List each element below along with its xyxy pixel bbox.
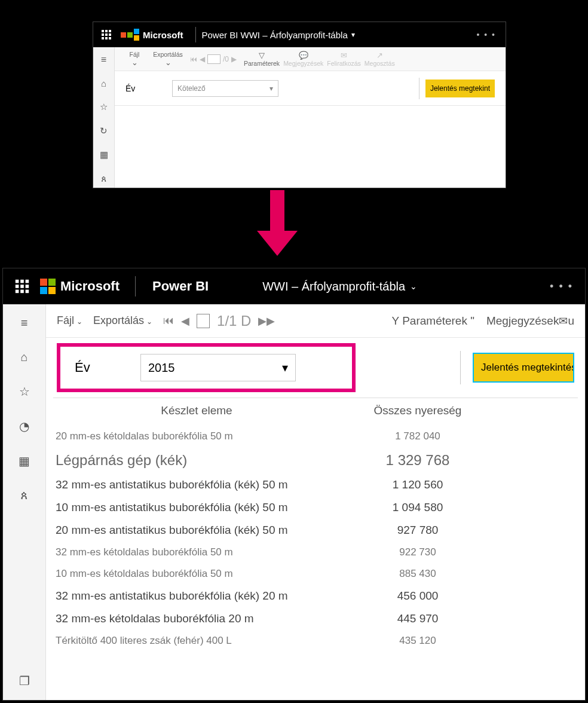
cell-value: 445 970 [340, 612, 495, 625]
menu-export[interactable]: Exportálás⌄ [93, 314, 152, 327]
chevron-down-icon: ▾ [270, 84, 273, 93]
star-icon[interactable]: ☆ [19, 384, 30, 399]
next-page-icon[interactable]: ▶ [231, 55, 237, 63]
chevron-down-icon[interactable]: ▾ [351, 30, 355, 39]
cell-item: 32 mm-es kétoldalas buborékfólia 20 m [53, 612, 340, 625]
menu-comments[interactable]: Megjegyzések✉u [486, 314, 574, 328]
table-row: 32 mm-es kétoldalas buborékfólia 50 m922… [53, 542, 578, 563]
more-icon[interactable]: • • • [477, 30, 496, 39]
cell-item: 20 mm-es kétoldalas buborékfólia 50 m [53, 430, 340, 442]
grid-icon[interactable]: ▦ [100, 149, 108, 160]
refresh-icon[interactable]: ↻ [100, 126, 108, 136]
top-toolbar: Fájl⌄ Exportálás⌄ ⏮ ◀ /0 ▶ ▽ Paraméterek… [115, 47, 506, 71]
menu-export[interactable]: Exportálás⌄ [153, 51, 183, 67]
app-launcher-icon[interactable] [96, 24, 117, 45]
bottom-left-rail: ≡ ⌂ ☆ ◔ ▦ ጰ ❐ [3, 304, 46, 700]
menu-parameters[interactable]: Y Paraméterek " [392, 314, 474, 328]
param-value: 2015 [148, 361, 175, 375]
cell-item: 32 mm-es antistatikus buborékfólia (kék)… [53, 478, 340, 491]
more-icon[interactable]: • • • [550, 280, 573, 293]
top-left-rail: ≡ ⌂ ☆ ↻ ▦ ጰ [93, 47, 115, 188]
workspaces-icon[interactable]: ❐ [19, 674, 30, 688]
cell-item: Térkitöltő 400 literes zsák (fehér) 400 … [53, 635, 340, 647]
table-row: 10 mm-es kétoldalas buborékfólia 50 m885… [53, 563, 578, 585]
table-header: Készlet eleme Összes nyereség [53, 398, 578, 426]
first-page-icon[interactable]: ⏮ [190, 55, 197, 63]
hamburger-icon[interactable]: ≡ [101, 54, 106, 65]
cell-value: 927 780 [340, 524, 495, 537]
comment-icon: 💬 [299, 51, 308, 60]
page-input[interactable] [207, 54, 220, 64]
top-header: Microsoft Power BI WWI – Árfolyamprofit-… [93, 22, 506, 47]
filter-icon: ▽ [259, 51, 265, 60]
menu-share: ↗ Megosztás [365, 51, 395, 67]
app-launcher-icon[interactable] [7, 271, 37, 301]
people-icon[interactable]: ጰ [101, 173, 107, 184]
page-indicator: 1/1 D [217, 313, 251, 329]
top-param-row: Év Kötelező ▾ Jelentés megtekint [115, 71, 506, 106]
param-placeholder: Kötelező [177, 84, 206, 93]
top-title[interactable]: Power BI WWI – Árfolyamprofit-tábla [202, 30, 348, 40]
microsoft-logo-icon-b [134, 29, 139, 41]
cell-item: 10 mm-es antistatikus buborékfólia (kék)… [53, 501, 340, 514]
table-row: 10 mm-es antistatikus buborékfólia (kék)… [53, 496, 578, 519]
home-icon[interactable]: ⌂ [101, 78, 106, 88]
cell-value: 885 430 [340, 568, 495, 580]
chevron-down-icon: ▾ [282, 360, 288, 375]
first-page-icon[interactable]: ⏮ [163, 314, 174, 327]
clock-icon[interactable]: ◔ [19, 419, 29, 433]
divider [135, 276, 136, 297]
table-row: Légpárnás gép (kék)1 329 768 [53, 447, 578, 473]
highlight-box: Év 2015 ▾ [57, 343, 356, 392]
cell-item: 32 mm-es kétoldalas buborékfólia 50 m [53, 546, 340, 558]
bottom-title[interactable]: WWI – Árfolyamprofit-tábla [262, 280, 405, 294]
page-input[interactable] [197, 314, 210, 328]
page-total: /0 [223, 55, 229, 63]
menu-file[interactable]: Fájl⌄ [57, 314, 82, 327]
menu-file[interactable]: Fájl⌄ [120, 51, 149, 67]
share-icon: ↗ [376, 51, 383, 60]
next-page-icon[interactable]: ▶▶ [258, 314, 275, 328]
prev-page-icon[interactable]: ◀ [200, 55, 205, 63]
people-icon[interactable]: ጰ [20, 488, 28, 502]
view-report-button[interactable]: Jelentés megtekint [425, 80, 495, 97]
menu-parameters[interactable]: ▽ Paraméterek [244, 51, 280, 67]
grid-icon[interactable]: ▦ [19, 454, 30, 468]
bottom-window: Microsoft Power BI WWI – Árfolyamprofit-… [2, 268, 586, 701]
param-select[interactable]: Kötelező ▾ [172, 80, 278, 97]
mail-icon: ✉ [341, 51, 347, 60]
cell-value: 1 120 560 [340, 478, 495, 491]
col-item: Készlet eleme [53, 404, 340, 417]
brand-microsoft: Microsoft [60, 279, 120, 294]
cell-item: 10 mm-es kétoldalas buborékfólia 50 m [53, 568, 340, 580]
microsoft-logo-icon [40, 279, 56, 294]
arrow-down-icon [257, 190, 298, 262]
home-icon[interactable]: ⌂ [20, 350, 27, 364]
table-row: 20 mm-es antistatikus buborékfólia (kék)… [53, 519, 578, 542]
prev-page-icon[interactable]: ◀ [181, 314, 189, 328]
table-row: 32 mm-es kétoldalas buborékfólia 20 m445… [53, 607, 578, 630]
col-profit: Összes nyereség [340, 404, 495, 417]
star-icon[interactable]: ☆ [100, 102, 108, 112]
cell-item: 20 mm-es antistatikus buborékfólia (kék)… [53, 524, 340, 537]
param-label: Év [75, 360, 140, 375]
menu-subscribe: ✉ Feliratkozás [327, 51, 361, 67]
pager: ⏮ ◀ 1/1 D ▶▶ [163, 313, 275, 329]
param-label: Év [125, 84, 172, 93]
brand-powerbi: Power BI [152, 279, 209, 294]
divider [460, 351, 461, 384]
pager: ⏮ ◀ /0 ▶ [190, 54, 237, 64]
divider [195, 27, 196, 42]
divider [419, 78, 419, 99]
table-row: 32 mm-es antistatikus buborékfólia (kék)… [53, 585, 578, 607]
cell-value: 1 094 580 [340, 501, 495, 514]
param-select[interactable]: 2015 ▾ [140, 354, 296, 381]
view-report-button[interactable]: Jelentés megtekintése [473, 353, 574, 383]
cell-value: 456 000 [340, 589, 495, 603]
cell-value: 1 782 040 [340, 430, 495, 442]
top-window: Microsoft Power BI WWI – Árfolyamprofit-… [93, 22, 506, 188]
cell-value: 1 329 768 [340, 452, 495, 469]
cell-item: 32 mm-es antistatikus buborékfólia (kék)… [53, 589, 340, 603]
chevron-down-icon[interactable]: ⌄ [410, 282, 417, 291]
hamburger-icon[interactable]: ≡ [21, 316, 28, 330]
